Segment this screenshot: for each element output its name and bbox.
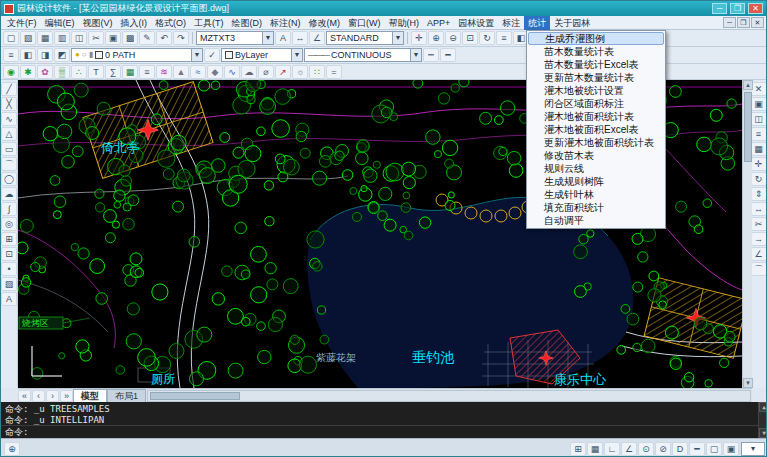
tab-model[interactable]: 模型 (73, 389, 107, 402)
lineweight-toggle-icon[interactable]: ━ (689, 442, 705, 456)
close-button[interactable]: ✕ (748, 3, 763, 14)
garden-menu-item[interactable]: 更新苗木数量统计表 (528, 71, 664, 84)
make-current-layer-icon[interactable]: ✓ (204, 48, 220, 62)
redo-icon[interactable]: ↷ (173, 31, 189, 45)
undo-icon[interactable]: ↶ (156, 31, 172, 45)
chevron-down-icon[interactable]: ▼ (291, 49, 302, 61)
plant-statistics-icon[interactable]: ∑ (105, 65, 121, 79)
matchprop-icon[interactable]: ✎ (139, 31, 155, 45)
menu-item[interactable]: 绘图(D) (228, 16, 267, 30)
garden-menu-item[interactable]: 苗木数量统计表 (528, 45, 664, 58)
mdi-restore-button[interactable]: ❐ (737, 17, 750, 28)
point-icon[interactable]: • (1, 262, 17, 276)
measure-icon[interactable]: ⌀ (258, 65, 274, 79)
prev-tab-button[interactable]: ‹ (32, 390, 45, 402)
ellipse-icon[interactable]: ◎ (1, 217, 17, 231)
menu-item[interactable]: APP+ (423, 16, 454, 30)
next-tab-button[interactable]: › (46, 390, 59, 402)
construction-line-icon[interactable]: ╳ (1, 97, 17, 111)
canvas-vertical-scrollbar[interactable]: ▲ ▼ (742, 80, 752, 388)
command-prompt[interactable]: 命令: (1, 425, 767, 438)
copy-object-icon[interactable]: ▣ (751, 97, 767, 111)
polar-icon[interactable]: ∠ (621, 442, 637, 456)
move-icon[interactable]: ✛ (751, 157, 767, 171)
dyn-icon[interactable]: D (672, 442, 688, 456)
osnap-icon[interactable]: ⊙ (638, 442, 654, 456)
excel-export-icon[interactable]: ▦ (122, 65, 138, 79)
line-icon[interactable]: ╱ (1, 82, 17, 96)
rectangle-icon[interactable]: ▭ (1, 142, 17, 156)
lineweight-icon[interactable]: ━ (440, 48, 456, 62)
stretch-icon[interactable]: ↔ (751, 202, 767, 216)
tab-layout1[interactable]: 布局1 (107, 389, 146, 402)
mtext-icon[interactable]: A (275, 31, 291, 45)
chevron-down-icon[interactable]: ▼ (392, 32, 403, 44)
plot-preview-icon[interactable]: ◫ (71, 31, 87, 45)
garden-menu-item[interactable]: 自动调平 (528, 214, 664, 227)
fullscreen-icon[interactable]: ▣ (723, 442, 739, 456)
menu-item[interactable]: 标注(N) (266, 16, 305, 30)
text-style-combo[interactable]: MZTXT3 ▼ (196, 31, 274, 45)
plant-shrub-icon[interactable]: ✱ (20, 65, 36, 79)
restore-button[interactable]: ❐ (730, 3, 745, 14)
spline-icon[interactable]: ∫ (1, 202, 17, 216)
garden-menu-item[interactable]: 灌木地被面积统计表 (528, 110, 664, 123)
layer-isolate-icon[interactable]: ◩ (54, 48, 70, 62)
menu-item[interactable]: 标注 (498, 16, 524, 30)
plant-tree-icon[interactable]: ◉ (3, 65, 19, 79)
layer-states-icon[interactable]: ◨ (37, 48, 53, 62)
polygon-icon[interactable]: △ (1, 127, 17, 141)
horizontal-scroll-thumb[interactable] (150, 392, 240, 400)
chevron-down-icon[interactable]: ▼ (191, 49, 202, 61)
pan-icon[interactable]: ✛ (411, 31, 427, 45)
scale-icon[interactable]: ⇕ (751, 187, 767, 201)
garden-menu-item[interactable]: 灌木地被统计设置 (528, 84, 664, 97)
mirror-icon[interactable]: ◫ (751, 112, 767, 126)
rotate-icon[interactable]: ↻ (751, 172, 767, 186)
legend-icon[interactable]: ≡ (139, 65, 155, 79)
minimize-button[interactable]: ─ (712, 3, 727, 14)
mdi-close-button[interactable]: ✕ (751, 17, 764, 28)
hatch-icon[interactable]: ▨ (1, 277, 17, 291)
linetype-combo[interactable]: ——— CONTINUOUS ▼ (304, 48, 422, 62)
save-icon[interactable]: ▦ (37, 31, 53, 45)
garden-menu-item[interactable]: 生成乔灌图例 (528, 32, 664, 45)
color-combo[interactable]: ByLayer ▼ (221, 48, 303, 62)
groundcover-icon[interactable]: ∴ (71, 65, 87, 79)
menu-item[interactable]: 窗口(W) (344, 16, 385, 30)
chevron-down-icon[interactable]: ▼ (410, 49, 421, 61)
arc-icon[interactable]: ⌒ (1, 157, 17, 171)
revcloud-icon[interactable]: ☁ (1, 187, 17, 201)
garden-menu-item[interactable]: 更新灌木地被面积统计表 (528, 136, 664, 149)
zoom-window-icon[interactable]: ⊡ (462, 31, 478, 45)
linetype-manager-icon[interactable]: ┅ (423, 48, 439, 62)
ortho-icon[interactable]: ∟ (604, 442, 620, 456)
regen-icon[interactable]: ↻ (479, 31, 495, 45)
layer-manager-icon[interactable]: ≡ (3, 48, 19, 62)
first-tab-button[interactable]: « (18, 390, 31, 402)
properties-icon[interactable]: ≡ (496, 31, 512, 45)
circle-icon[interactable]: ◯ (1, 172, 17, 186)
menu-item[interactable]: 工具(T) (190, 16, 228, 30)
elevation-icon[interactable]: ▲ (173, 65, 189, 79)
menu-item[interactable]: 关于园林 (550, 16, 594, 30)
scroll-down-icon[interactable]: ▼ (743, 378, 753, 388)
layer-combo[interactable]: ● ○ ▮ 0 PATH ▼ (71, 48, 203, 62)
angular-dim-icon[interactable]: ∠ (309, 31, 325, 45)
menu-item[interactable]: 视图(V) (79, 16, 117, 30)
offset-icon[interactable]: ≡ (751, 127, 767, 141)
menu-item[interactable]: 文件(F) (3, 16, 41, 30)
menu-item-active[interactable]: 统计 (524, 16, 550, 30)
water-tool-icon[interactable]: ≈ (190, 65, 206, 79)
layer-previous-icon[interactable]: ◧ (20, 48, 36, 62)
canvas-horizontal-scrollbar[interactable] (147, 390, 751, 402)
text-icon[interactable]: A (1, 292, 17, 306)
menu-item[interactable]: 园林设置 (454, 16, 498, 30)
linear-dim-icon[interactable]: ↔ (292, 31, 308, 45)
garden-menu-item[interactable]: 闭合区域面积标注 (528, 97, 664, 110)
rock-icon[interactable]: ◆ (207, 65, 223, 79)
auto-level-icon[interactable]: = (326, 65, 342, 79)
path-tool-icon[interactable]: ∿ (224, 65, 240, 79)
settings-icon[interactable]: ☼ (292, 65, 308, 79)
new-file-icon[interactable]: ▢ (3, 31, 19, 45)
